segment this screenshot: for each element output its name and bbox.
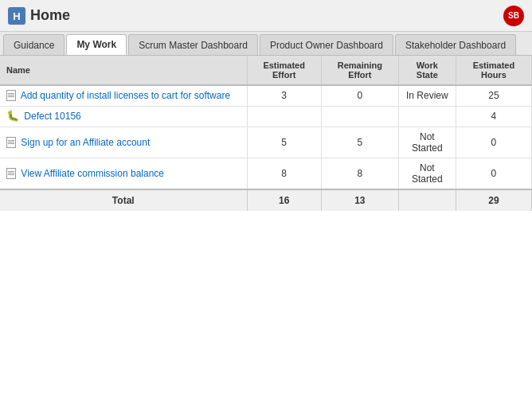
tab-stakeholder[interactable]: Stakeholder Dashboard xyxy=(395,34,516,55)
footer-work-state xyxy=(398,189,456,211)
row-2-remaining-effort xyxy=(321,106,398,127)
svg-text:H: H xyxy=(13,10,20,22)
row-4-work-state: Not Started xyxy=(398,158,456,190)
row-3-estimated-effort: 5 xyxy=(247,127,321,158)
row-3-remaining-effort: 5 xyxy=(321,127,398,158)
tabs-bar: Guidance My Work Scrum Master Dashboard … xyxy=(0,32,532,56)
app-header: H Home SB xyxy=(0,0,532,32)
bug-icon: 🐛 xyxy=(6,110,19,122)
table-footer-row: Total 16 13 29 xyxy=(0,189,532,211)
user-avatar[interactable]: SB xyxy=(503,6,524,26)
col-name: Name xyxy=(0,56,247,85)
row-1-name-cell: Add quantity of install licenses to cart… xyxy=(0,85,247,106)
row-4-estimated-effort: 8 xyxy=(247,158,321,190)
app-title: Home xyxy=(30,7,70,24)
row-4-name-cell: View Affiliate commission balance xyxy=(0,158,247,190)
work-table: Name Estimated Effort Remaining Effort W… xyxy=(0,56,532,211)
avatar-initials: SB xyxy=(508,11,519,20)
row-4-remaining-effort: 8 xyxy=(321,158,398,190)
footer-remaining-effort: 13 xyxy=(321,189,398,211)
row-2-estimated-hours: 4 xyxy=(456,106,531,127)
row-4-link[interactable]: View Affiliate commission balance xyxy=(21,168,164,179)
table-row: Sign up for an Affiliate account 5 5 Not… xyxy=(0,127,532,158)
home-logo-icon: H xyxy=(8,7,25,25)
header-right: SB xyxy=(503,6,524,26)
table-header-row: Name Estimated Effort Remaining Effort W… xyxy=(0,56,532,85)
col-work-state: Work State xyxy=(398,56,456,85)
tab-guidance[interactable]: Guidance xyxy=(3,34,65,55)
row-1-link[interactable]: Add quantity of install licenses to cart… xyxy=(21,90,230,101)
doc-icon xyxy=(6,168,16,179)
empty-area xyxy=(0,211,532,417)
tab-scrum-master[interactable]: Scrum Master Dashboard xyxy=(128,34,258,55)
row-4-estimated-hours: 0 xyxy=(456,158,531,190)
row-2-work-state xyxy=(398,106,456,127)
row-3-name-cell: Sign up for an Affiliate account xyxy=(0,127,247,158)
total-label: Total xyxy=(0,189,247,211)
doc-icon xyxy=(6,90,16,101)
row-1-remaining-effort: 0 xyxy=(321,85,398,106)
tab-my-work[interactable]: My Work xyxy=(66,34,127,55)
col-estimated-effort: Estimated Effort xyxy=(247,56,321,85)
row-2-name-cell: 🐛 Defect 10156 xyxy=(0,106,247,127)
row-3-link[interactable]: Sign up for an Affiliate account xyxy=(21,137,150,148)
col-estimated-hours: Estimated Hours xyxy=(456,56,531,85)
table-row: 🐛 Defect 10156 4 xyxy=(0,106,532,127)
row-2-estimated-effort xyxy=(247,106,321,127)
doc-icon xyxy=(6,137,16,148)
header-left: H Home xyxy=(8,7,70,25)
row-1-estimated-hours: 25 xyxy=(456,85,531,106)
row-1-work-state: In Review xyxy=(398,85,456,106)
row-3-estimated-hours: 0 xyxy=(456,127,531,158)
row-1-estimated-effort: 3 xyxy=(247,85,321,106)
row-2-link[interactable]: Defect 10156 xyxy=(24,111,80,122)
footer-estimated-hours: 29 xyxy=(456,189,531,211)
table-row: Add quantity of install licenses to cart… xyxy=(0,85,532,106)
row-3-work-state: Not Started xyxy=(398,127,456,158)
footer-estimated-effort: 16 xyxy=(247,189,321,211)
col-remaining-effort: Remaining Effort xyxy=(321,56,398,85)
main-content: Name Estimated Effort Remaining Effort W… xyxy=(0,56,532,417)
table-row: View Affiliate commission balance 8 8 No… xyxy=(0,158,532,190)
tab-product-owner[interactable]: Product Owner Dashboard xyxy=(260,34,393,55)
